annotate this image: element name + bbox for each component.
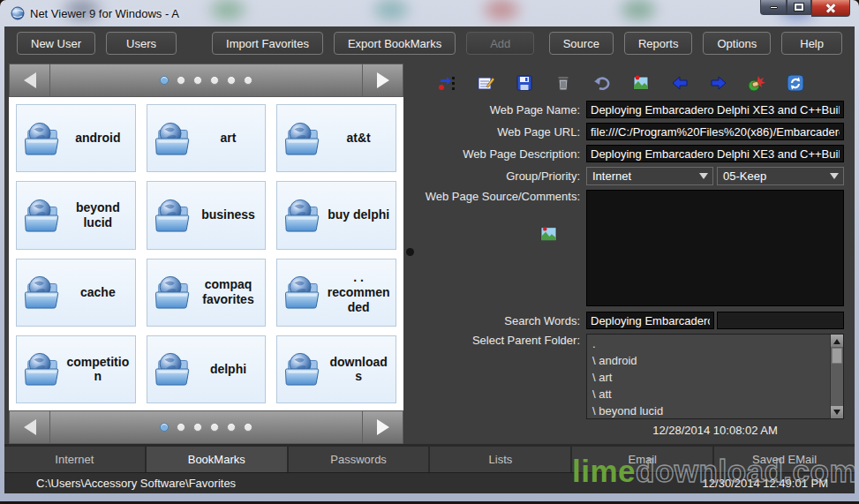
edit-icon[interactable] bbox=[477, 73, 496, 93]
import-favorites-button[interactable]: Import Favorites bbox=[212, 32, 323, 55]
undo-icon[interactable] bbox=[592, 73, 612, 93]
list-item[interactable]: . bbox=[587, 335, 829, 352]
folder-globe-icon bbox=[22, 121, 63, 156]
help-button[interactable]: Help bbox=[781, 32, 842, 55]
folder-card-art[interactable]: art bbox=[147, 104, 267, 172]
list-item[interactable]: \ android bbox=[587, 352, 829, 369]
parent-folder-label: Select Parent Folder: bbox=[417, 334, 586, 347]
page-previous-button[interactable] bbox=[10, 411, 50, 443]
page-next-button[interactable] bbox=[362, 411, 403, 443]
page-dot[interactable] bbox=[210, 76, 219, 85]
folder-card-business[interactable]: business bbox=[147, 181, 267, 249]
scroll-thumb[interactable] bbox=[832, 348, 842, 364]
window-title: Net Viewer 9 for Windows - A bbox=[30, 7, 179, 20]
list-scrollbar[interactable] bbox=[830, 335, 843, 418]
page-dot[interactable] bbox=[193, 423, 202, 432]
folder-card-downloads[interactable]: downloads bbox=[276, 335, 396, 403]
page-dot[interactable] bbox=[193, 76, 202, 85]
folder-label: beyond lucid bbox=[66, 200, 130, 230]
folder-globe-icon bbox=[283, 198, 323, 233]
desktop-blur-blob bbox=[481, 0, 522, 23]
list-item[interactable]: \ beyond lucid bbox=[587, 402, 829, 419]
page-dots bbox=[50, 411, 362, 443]
users-button[interactable]: Users bbox=[106, 32, 177, 55]
page-dot[interactable] bbox=[227, 76, 236, 85]
web-page-name-label: Web Page Name: bbox=[417, 103, 586, 117]
new-user-button[interactable]: New User bbox=[17, 32, 95, 55]
arrow-right-icon bbox=[377, 72, 389, 88]
page-dot[interactable] bbox=[177, 423, 185, 432]
folder-card-delphi[interactable]: delphi bbox=[147, 335, 267, 403]
folder-label: buy delphi bbox=[327, 207, 390, 222]
tab-saved-email[interactable]: Saved EMail bbox=[714, 447, 855, 472]
chevron-down-icon bbox=[830, 173, 839, 184]
comments-textarea[interactable] bbox=[586, 190, 844, 306]
folder-card-compaq-favorites[interactable]: compaq favorites bbox=[147, 259, 267, 327]
refresh-icon[interactable] bbox=[786, 73, 805, 93]
paste-special-icon[interactable] bbox=[747, 73, 766, 93]
folder-card-cache[interactable]: cache bbox=[16, 259, 136, 327]
page-dot[interactable] bbox=[210, 423, 219, 432]
folder-browser-panel: android art at&t beyond lucid business b… bbox=[4, 60, 403, 444]
list-item[interactable]: \ art bbox=[587, 369, 829, 386]
source-button[interactable]: Source bbox=[549, 32, 614, 55]
web-page-description-label: Web Page Description: bbox=[417, 147, 586, 161]
folder-card-competition[interactable]: competition bbox=[16, 335, 136, 403]
folder-card-recommended[interactable]: . . recommended bbox=[276, 259, 396, 327]
folder-card-att[interactable]: at&t bbox=[276, 104, 396, 172]
minimize-button[interactable] bbox=[760, 0, 787, 15]
search-words-input[interactable] bbox=[586, 312, 714, 329]
tab-internet[interactable]: Internet bbox=[4, 447, 145, 472]
folder-globe-icon bbox=[153, 198, 193, 233]
page-dot[interactable] bbox=[177, 76, 185, 85]
next-icon[interactable] bbox=[709, 73, 728, 93]
folder-globe-icon bbox=[22, 198, 63, 233]
page-dot[interactable] bbox=[160, 76, 169, 85]
folder-card-android[interactable]: android bbox=[16, 104, 136, 172]
folder-label: . . recommended bbox=[327, 270, 390, 314]
page-dot[interactable] bbox=[160, 423, 169, 432]
options-button[interactable]: Options bbox=[703, 32, 771, 55]
save-icon[interactable] bbox=[515, 73, 534, 93]
page-dot[interactable] bbox=[244, 76, 252, 85]
folder-globe-icon bbox=[283, 275, 323, 310]
scroll-up-button[interactable] bbox=[831, 335, 843, 347]
group-select[interactable]: Internet bbox=[586, 167, 713, 185]
web-page-name-input[interactable] bbox=[586, 101, 844, 118]
splitter-handle-icon bbox=[406, 248, 414, 256]
folder-card-buy-delphi[interactable]: buy delphi bbox=[276, 181, 396, 249]
export-bookmarks-button[interactable]: Export BookMarks bbox=[334, 32, 456, 55]
add-button[interactable]: Add bbox=[466, 32, 534, 55]
search-words-input-2[interactable] bbox=[717, 312, 845, 329]
priority-select-value: 05-Keep bbox=[723, 169, 766, 183]
parent-folder-list: . \ android \ art \ att \ beyond lucid bbox=[586, 334, 844, 419]
insert-image-icon[interactable] bbox=[631, 73, 651, 93]
content-area: android art at&t beyond lucid business b… bbox=[4, 60, 855, 444]
page-previous-button[interactable] bbox=[10, 64, 50, 96]
folder-grid: android art at&t beyond lucid business b… bbox=[9, 97, 403, 410]
scroll-down-button[interactable] bbox=[831, 406, 843, 418]
panel-splitter[interactable] bbox=[403, 60, 417, 444]
close-button[interactable] bbox=[811, 0, 850, 17]
folder-card-beyond-lucid[interactable]: beyond lucid bbox=[16, 181, 136, 249]
add-record-icon[interactable] bbox=[438, 73, 457, 93]
web-page-url-input[interactable] bbox=[586, 123, 844, 140]
page-next-button[interactable] bbox=[362, 64, 403, 96]
web-page-description-input[interactable] bbox=[586, 145, 844, 162]
insert-image-icon[interactable] bbox=[540, 226, 557, 241]
app-window: Net Viewer 9 for Windows - A New User Us… bbox=[0, 0, 859, 501]
folder-label: competition bbox=[66, 355, 130, 385]
list-item[interactable]: \ att bbox=[587, 386, 829, 402]
tab-bookmarks[interactable]: BookMarks bbox=[147, 447, 287, 472]
reports-button[interactable]: Reports bbox=[624, 32, 693, 55]
priority-select[interactable]: 05-Keep bbox=[717, 167, 844, 185]
delete-icon[interactable] bbox=[554, 73, 573, 93]
previous-icon[interactable] bbox=[670, 73, 689, 93]
page-dot[interactable] bbox=[244, 423, 252, 432]
tab-email[interactable]: Email bbox=[572, 447, 712, 472]
tab-lists[interactable]: Lists bbox=[430, 447, 570, 472]
window-controls bbox=[760, 0, 850, 17]
maximize-button[interactable] bbox=[787, 0, 811, 15]
tab-passwords[interactable]: Passwords bbox=[289, 447, 429, 472]
page-dot[interactable] bbox=[227, 423, 236, 432]
